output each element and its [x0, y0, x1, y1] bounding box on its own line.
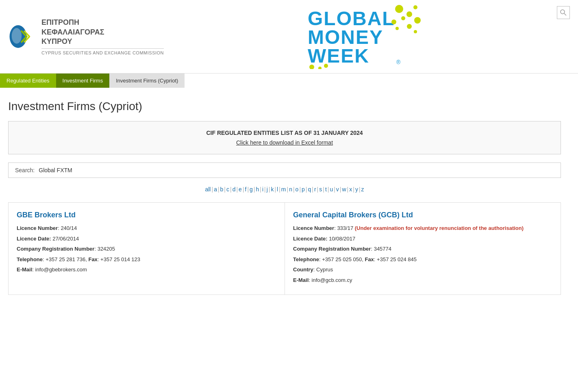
- svg-point-11: [391, 19, 396, 24]
- company-telephone: Telephone: +357 25 025 050, Fax: +357 25…: [293, 256, 552, 264]
- alphabet-letter-l[interactable]: l: [277, 186, 278, 193]
- company-licence-date: Licence Date: 27/06/2014: [17, 235, 276, 243]
- alphabet-letter-n[interactable]: n: [289, 186, 292, 193]
- svg-point-18: [561, 10, 565, 14]
- svg-point-8: [414, 30, 417, 33]
- alphabet-letter-q[interactable]: q: [308, 186, 311, 193]
- svg-point-9: [395, 27, 399, 30]
- logo-greek-text: ΕΠΙΤΡΟΠΗ ΚΕΦΑΛΑΙΑΓΟΡΑΣ ΚΥΠΡΟΥ: [41, 18, 164, 46]
- alphabet-letter-s[interactable]: s: [319, 186, 322, 193]
- alphabet-letter-e[interactable]: e: [239, 186, 242, 193]
- company-reg-number: Company Registration Number: 324205: [17, 245, 276, 253]
- alphabet-letter-j[interactable]: j: [267, 186, 268, 193]
- alphabet-letter-all[interactable]: all: [205, 186, 211, 193]
- alphabet-letter-i[interactable]: i: [262, 186, 263, 193]
- company-card: General Capital Brokers (GCB) LtdLicence…: [285, 202, 561, 295]
- alphabet-letter-m[interactable]: m: [281, 186, 286, 193]
- svg-point-7: [407, 24, 412, 29]
- alphabet-letter-f[interactable]: f: [245, 186, 247, 193]
- alphabet-filter: all|a|b|c|d|e|f|g|h|i|j|k|l|m|n|o|p|q|r|…: [8, 186, 561, 193]
- logo-area: ΕΠΙΤΡΟΠΗ ΚΕΦΑΛΑΙΑΓΟΡΑΣ ΚΥΠΡΟΥ CYPRUS SEC…: [8, 18, 164, 55]
- logo-text: ΕΠΙΤΡΟΠΗ ΚΕΦΑΛΑΙΑΓΟΡΑΣ ΚΥΠΡΟΥ CYPRUS SEC…: [41, 18, 164, 55]
- company-name[interactable]: General Capital Brokers (GCB) Ltd: [293, 211, 552, 219]
- svg-text:WEEK: WEEK: [308, 45, 369, 67]
- alphabet-letter-x[interactable]: x: [349, 186, 352, 193]
- alphabet-letter-b[interactable]: b: [220, 186, 224, 193]
- alphabet-letter-y[interactable]: y: [355, 186, 358, 193]
- breadcrumb-tab-investment-firms[interactable]: Investment Firms: [56, 74, 110, 88]
- header-search-button[interactable]: [557, 6, 570, 19]
- search-icon: [560, 9, 567, 16]
- company-licence-date: Licence Date: 10/08/2017: [293, 235, 552, 243]
- company-card: GBE Brokers LtdLicence Number: 240/14Lic…: [8, 202, 285, 295]
- company-email: E-Mail: info@gbebrokers.com: [17, 266, 276, 274]
- alphabet-letter-d[interactable]: d: [233, 186, 236, 193]
- company-telephone: Telephone: +357 25 281 736, Fax: +357 25…: [17, 256, 276, 264]
- alphabet-letter-v[interactable]: v: [336, 186, 339, 193]
- svg-text:®: ®: [396, 59, 401, 65]
- alphabet-letter-p[interactable]: p: [302, 186, 305, 193]
- svg-point-4: [413, 5, 417, 9]
- svg-point-17: [324, 64, 328, 68]
- alphabet-letter-w[interactable]: w: [342, 186, 346, 193]
- alphabet-letter-h[interactable]: h: [256, 186, 259, 193]
- svg-point-16: [318, 67, 322, 69]
- alphabet-letter-g[interactable]: g: [250, 186, 253, 193]
- main-content: Investment Firms (Cypriot) CIF REGULATED…: [0, 88, 569, 303]
- info-box: CIF REGULATED ENTITIES LIST AS OF 31 JAN…: [8, 121, 561, 154]
- company-licence-number: Licence Number: 333/17 (Under examinatio…: [293, 224, 552, 232]
- breadcrumb-nav: Regulated Entities Investment Firms Inve…: [0, 74, 578, 88]
- search-label: Search:: [15, 167, 35, 173]
- company-reg-number: Company Registration Number: 345774: [293, 245, 552, 253]
- cysec-logo-icon: [8, 22, 37, 51]
- breadcrumb-tab-investment-firms-cypriot[interactable]: Investment Firms (Cypriot): [109, 74, 185, 88]
- svg-point-2: [395, 5, 403, 13]
- svg-point-6: [414, 17, 421, 24]
- svg-point-3: [406, 11, 412, 17]
- alphabet-letter-u[interactable]: u: [330, 186, 333, 193]
- download-excel-link[interactable]: Click here to download in Excel format: [236, 139, 333, 146]
- svg-line-19: [564, 13, 566, 15]
- info-box-title: CIF REGULATED ENTITIES LIST AS OF 31 JAN…: [17, 130, 552, 136]
- alphabet-letter-o[interactable]: o: [296, 186, 299, 193]
- gmw-logo: GLOBAL MONEY WEEK ®: [300, 4, 422, 69]
- svg-point-5: [401, 16, 405, 20]
- page-title: Investment Firms (Cypriot): [8, 100, 561, 113]
- company-email: E-Mail: info@gcb.com.cy: [293, 276, 552, 284]
- company-name[interactable]: GBE Brokers Ltd: [17, 211, 276, 219]
- company-cards-grid: GBE Brokers LtdLicence Number: 240/14Lic…: [8, 202, 561, 295]
- alphabet-letter-z[interactable]: z: [361, 186, 364, 193]
- search-input[interactable]: [39, 167, 554, 173]
- company-country: Country: Cyprus: [293, 266, 552, 274]
- alphabet-letter-c[interactable]: c: [226, 186, 229, 193]
- alphabet-letter-t[interactable]: t: [325, 186, 327, 193]
- alphabet-letter-r[interactable]: r: [314, 186, 316, 193]
- logo-english-text: CYPRUS SECURITIES AND EXCHANGE COMMISSIO…: [41, 48, 164, 55]
- header: ΕΠΙΤΡΟΠΗ ΚΕΦΑΛΑΙΑΓΟΡΑΣ ΚΥΠΡΟΥ CYPRUS SEC…: [0, 0, 578, 74]
- alphabet-letter-k[interactable]: k: [271, 186, 274, 193]
- alphabet-letter-a[interactable]: a: [214, 186, 217, 193]
- breadcrumb-tab-regulated-entities[interactable]: Regulated Entities: [0, 74, 56, 88]
- svg-point-1: [12, 28, 22, 44]
- company-licence-number: Licence Number: 240/14: [17, 224, 276, 232]
- search-container: Search:: [8, 162, 561, 178]
